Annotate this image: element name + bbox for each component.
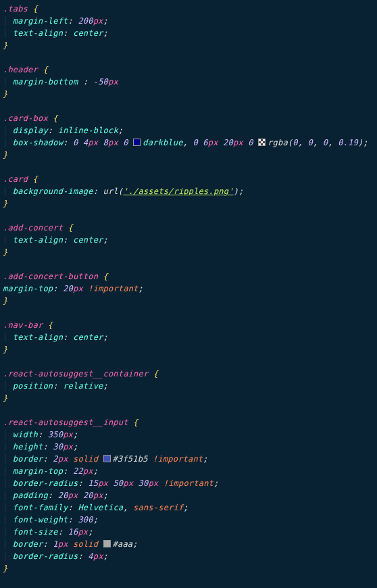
code-editor[interactable]: .tabs { │ margin-left: 200px; │ text-ali… [3,3,374,574]
